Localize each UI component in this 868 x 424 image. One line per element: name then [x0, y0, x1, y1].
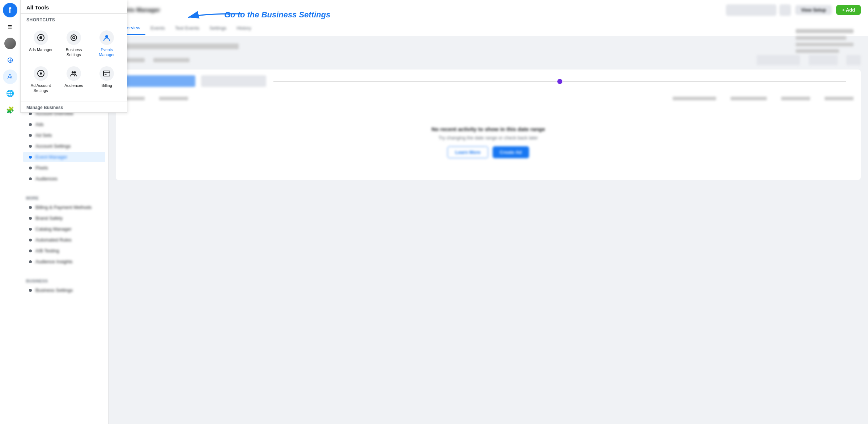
- empty-state-subtitle: Try changing the date range or check bac…: [123, 135, 854, 140]
- tab-history[interactable]: History: [231, 22, 256, 34]
- shortcut-ad-account-settings[interactable]: Ad Account Settings: [25, 63, 56, 97]
- nav-item-7[interactable]: Audiences: [23, 173, 105, 184]
- shortcut-business-settings[interactable]: Business Settings: [58, 27, 89, 61]
- audiences-icon: [67, 66, 81, 81]
- globe-nav-icon[interactable]: 🌐: [3, 86, 17, 101]
- tab-settings[interactable]: Settings: [204, 22, 231, 34]
- tab-test-events[interactable]: Test Events: [170, 22, 204, 34]
- plus-create-icon[interactable]: ⊕: [3, 53, 17, 67]
- nav-item-12[interactable]: A/B Testing: [23, 245, 105, 256]
- svg-point-6: [74, 71, 76, 74]
- manage-business-label: Manage Business: [21, 101, 127, 112]
- svg-point-1: [39, 36, 42, 39]
- nav-item-5-active[interactable]: Event Manager: [23, 152, 105, 162]
- primary-header-button[interactable]: + Add: [836, 5, 861, 15]
- learn-more-button[interactable]: Learn More: [447, 146, 488, 158]
- ads-manager-shortcut-icon: [34, 30, 48, 45]
- sidebar-icons: f ≡ ⊕ 𝔸 🌐 🧩: [0, 0, 20, 424]
- svg-point-2: [105, 35, 108, 38]
- shortcut-events-manager[interactable]: Events Manager: [91, 27, 123, 61]
- ads-manager-nav-icon[interactable]: 𝔸: [3, 70, 17, 84]
- nav-section-2: More: [20, 192, 108, 202]
- user-avatar-icon[interactable]: [3, 36, 17, 51]
- shortcut-audiences[interactable]: Audiences: [58, 63, 89, 97]
- empty-state-buttons: Learn More Create Ad: [123, 146, 854, 158]
- ads-manager-label: Ads Manager: [29, 47, 52, 52]
- shortcuts-label: Shortcuts: [21, 14, 127, 24]
- create-ad-button[interactable]: Create Ad: [493, 146, 529, 158]
- right-panel-blur: [796, 29, 861, 56]
- ad-account-settings-icon: [34, 66, 48, 81]
- content-area: Go to the Business Settings Events Manag…: [109, 0, 868, 424]
- shortcut-ads-manager[interactable]: Ads Manager: [25, 27, 56, 61]
- nav-item-10[interactable]: Catalog Manager: [23, 224, 105, 234]
- nav-item-13[interactable]: Audience Insights: [23, 256, 105, 267]
- content-body: No recent activity to show in this date …: [109, 36, 868, 187]
- billing-label: Billing: [102, 83, 112, 88]
- ad-account-settings-label: Ad Account Settings: [27, 83, 54, 93]
- events-manager-shortcut-icon: [99, 30, 114, 45]
- empty-state: No recent activity to show in this date …: [116, 104, 861, 180]
- nav-item-9[interactable]: Brand Safety: [23, 213, 105, 223]
- audiences-label: Audiences: [64, 83, 83, 88]
- nav-item-2[interactable]: Ads: [23, 119, 105, 130]
- shortcuts-grid: Ads Manager Business Settings Events Man…: [21, 24, 127, 100]
- facebook-logo-icon[interactable]: f: [3, 3, 17, 17]
- business-settings-shortcut-icon: [67, 30, 81, 45]
- billing-icon: [99, 66, 114, 81]
- svg-point-4: [40, 72, 42, 75]
- shortcut-billing[interactable]: Billing: [91, 63, 123, 97]
- nav-item-14[interactable]: Business Settings: [23, 285, 105, 295]
- nav-item-6[interactable]: Pixels: [23, 163, 105, 173]
- tab-events[interactable]: Events: [145, 22, 170, 34]
- tabs-bar: Overview Events Test Events Settings His…: [109, 20, 868, 36]
- nav-section-3: Business: [20, 274, 108, 285]
- nav-item-8[interactable]: Billing & Payment Methods: [23, 202, 105, 213]
- hamburger-menu-icon[interactable]: ≡: [3, 20, 17, 34]
- nav-item-3[interactable]: Ad Sets: [23, 130, 105, 140]
- svg-rect-7: [103, 71, 110, 76]
- empty-state-title: No recent activity to show in this date …: [123, 126, 854, 132]
- header-right: View Setup + Add: [726, 4, 861, 16]
- nav-item-4[interactable]: Account Settings: [23, 141, 105, 151]
- puzzle-nav-icon[interactable]: 🧩: [3, 103, 17, 117]
- svg-point-5: [72, 71, 74, 74]
- secondary-header-button[interactable]: View Setup: [795, 5, 832, 15]
- all-tools-popup: All Tools Shortcuts Ads Manager Business…: [20, 0, 127, 113]
- business-settings-label: Business Settings: [60, 47, 87, 58]
- nav-item-11[interactable]: Automated Rules: [23, 235, 105, 245]
- top-header: Events Manager View Setup + Add: [109, 0, 868, 20]
- events-manager-label: Events Manager: [93, 47, 120, 58]
- all-tools-header: All Tools: [21, 0, 127, 14]
